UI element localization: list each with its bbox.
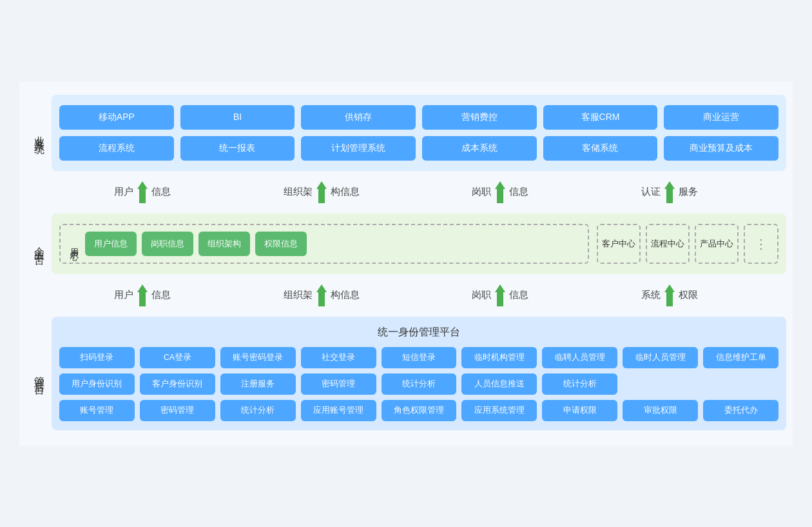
arrow-system-bottom-right: 权限 xyxy=(679,289,698,301)
biz-btn-report[interactable]: 统一报表 xyxy=(180,136,295,161)
more-centers: ⋮ xyxy=(744,224,778,264)
product-center-label: 产品中心 xyxy=(700,238,733,250)
mgmt-btn-stats3[interactable]: 统计分析 xyxy=(220,400,296,421)
mgmt-btn-info-maintenance[interactable]: 信息维护工单 xyxy=(703,347,778,368)
mgmt-btn-account-pwd[interactable]: 账号密码登录 xyxy=(220,347,296,368)
mgmt-btn-customer-id[interactable]: 客户身份识别 xyxy=(140,373,215,395)
arrow-auth-right: 服务 xyxy=(679,186,698,198)
enterprise-inner: 用户中心 用户信息 岗职信息 组织架构 权限信息 客户中心 xyxy=(59,224,778,264)
arrow-up-auth xyxy=(664,181,675,203)
enterprise-label: 企业中台 xyxy=(26,214,52,274)
management-section-wrapper: 管理后台 统一身份管理平台 扫码登录 CA登录 账号密码登录 社交登录 短信登录… xyxy=(26,317,786,430)
mgmt-btn-delegate[interactable]: 委托代办 xyxy=(703,400,778,421)
biz-btn-customer[interactable]: 客储系统 xyxy=(543,136,658,161)
biz-btn-process[interactable]: 流程系统 xyxy=(59,136,174,161)
mgmt-grid-row2: 用户身份识别 客户身份识别 注册服务 密码管理 统计分析 人员信息推送 统计分析 xyxy=(59,373,778,395)
arrow-org-left: 组织架 xyxy=(284,186,313,198)
mgmt-btn-sms[interactable]: 短信登录 xyxy=(382,347,457,368)
arrow-auth-left: 认证 xyxy=(641,186,661,198)
mgmt-btn-temp-staff1[interactable]: 临聘人员管理 xyxy=(542,347,617,368)
business-section-wrapper: 业务系统 移动APP BI 供销存 营销费控 客服CRM 商业运营 流程系统 统… xyxy=(26,95,786,171)
business-content: 移动APP BI 供销存 营销费控 客服CRM 商业运营 流程系统 统一报表 计… xyxy=(52,95,786,171)
biz-btn-plan[interactable]: 计划管理系统 xyxy=(301,136,416,161)
arrow-up-system-bottom xyxy=(664,284,675,306)
arrow-position-bottom-right: 信息 xyxy=(509,289,528,301)
mgmt-grid-row3: 账号管理 密码管理 统计分析 应用账号管理 角色权限管理 应用系统管理 申请权限… xyxy=(59,400,778,421)
mgmt-btn-staff-push[interactable]: 人员信息推送 xyxy=(461,373,537,395)
mgmt-btn-scan[interactable]: 扫码登录 xyxy=(59,347,135,368)
process-center-label: 流程中心 xyxy=(651,238,684,250)
mgmt-title: 统一身份管理平台 xyxy=(59,326,778,339)
management-section-row: 管理后台 统一身份管理平台 扫码登录 CA登录 账号密码登录 社交登录 短信登录… xyxy=(26,317,786,430)
arrow-user-bottom: 用户 信息 xyxy=(114,284,171,306)
mgmt-btn-pwd-mgmt[interactable]: 密码管理 xyxy=(301,373,376,395)
biz-btn-bi[interactable]: BI xyxy=(180,105,295,130)
business-section-row: 业务系统 移动APP BI 供销存 营销费控 客服CRM 商业运营 流程系统 统… xyxy=(26,95,786,171)
mgmt-btn-user-id[interactable]: 用户身份识别 xyxy=(59,373,135,395)
mgmt-btn-apply-perm[interactable]: 申请权限 xyxy=(542,400,617,421)
mgmt-btn-app-sys[interactable]: 应用系统管理 xyxy=(461,400,537,421)
arrow-org: 组织架 构信息 xyxy=(284,181,360,203)
business-grid: 移动APP BI 供销存 营销费控 客服CRM 商业运营 流程系统 统一报表 计… xyxy=(59,105,778,161)
product-center: 产品中心 xyxy=(695,224,739,264)
more-centers-dots: ⋮ xyxy=(755,236,768,252)
customer-center-label: 客户中心 xyxy=(602,238,635,250)
bottom-arrows: 用户 信息 组织架 构信息 岗职 信息 系统 xyxy=(26,278,786,313)
btn-position-info[interactable]: 岗职信息 xyxy=(142,232,193,256)
mgmt-btn-temp-org[interactable]: 临时机构管理 xyxy=(461,347,537,368)
arrow-position-left: 岗职 xyxy=(472,186,491,198)
mgmt-btn-role-perm[interactable]: 角色权限管理 xyxy=(382,400,457,421)
arrow-user-left: 用户 xyxy=(114,186,133,198)
enterprise-section-wrapper: 企业中台 用户中心 用户信息 岗职信息 组织架构 权限信息 xyxy=(26,214,786,274)
mgmt-btn-approve-perm[interactable]: 审批权限 xyxy=(623,400,698,421)
biz-btn-supply[interactable]: 供销存 xyxy=(301,105,416,130)
btn-permission-info[interactable]: 权限信息 xyxy=(255,232,307,256)
arrow-up-position xyxy=(495,181,505,203)
mgmt-btn-ca[interactable]: CA登录 xyxy=(140,347,215,368)
arrow-position-bottom-left: 岗职 xyxy=(472,289,491,301)
biz-btn-commercial[interactable]: 商业运营 xyxy=(664,105,778,130)
arrow-user: 用户 信息 xyxy=(114,181,171,203)
mgmt-btn-temp-staff2[interactable]: 临时人员管理 xyxy=(623,347,698,368)
enterprise-section-row: 企业中台 用户中心 用户信息 岗职信息 组织架构 权限信息 xyxy=(26,214,786,274)
mgmt-btn-stats1[interactable]: 统计分析 xyxy=(382,373,457,395)
top-arrows: 用户 信息 组织架 构信息 岗职 信息 认证 xyxy=(26,175,786,210)
arrow-up-org xyxy=(316,181,327,203)
process-center: 流程中心 xyxy=(646,224,690,264)
business-label: 业务系统 xyxy=(26,95,52,171)
biz-btn-budget[interactable]: 商业预算及成本 xyxy=(664,136,778,161)
customer-center: 客户中心 xyxy=(597,224,641,264)
management-label: 管理后台 xyxy=(26,317,52,430)
arrow-org-bottom-left: 组织架 xyxy=(284,289,313,301)
arrow-position-right: 信息 xyxy=(509,186,528,198)
mgmt-btn-account-mgmt[interactable]: 账号管理 xyxy=(59,400,135,421)
user-center-label: 用户中心 xyxy=(66,241,80,246)
mgmt-btn-pwd-mgmt2[interactable]: 密码管理 xyxy=(140,400,215,421)
side-centers: 客户中心 流程中心 产品中心 ⋮ xyxy=(597,224,778,264)
mgmt-btn-stats2[interactable]: 统计分析 xyxy=(542,373,617,395)
arrow-org-bottom-right: 构信息 xyxy=(331,289,360,301)
biz-btn-marketing[interactable]: 营销费控 xyxy=(422,105,537,130)
mgmt-btn-register[interactable]: 注册服务 xyxy=(220,373,296,395)
arrow-up-user xyxy=(137,181,148,203)
biz-btn-crm[interactable]: 客服CRM xyxy=(543,105,658,130)
user-center-box: 用户中心 用户信息 岗职信息 组织架构 权限信息 xyxy=(59,224,589,264)
btn-user-info[interactable]: 用户信息 xyxy=(85,232,137,256)
btn-org-structure[interactable]: 组织架构 xyxy=(198,232,250,256)
arrow-auth: 认证 服务 xyxy=(641,181,698,203)
arrow-org-bottom: 组织架 构信息 xyxy=(284,284,360,306)
arrow-up-org-bottom xyxy=(316,284,327,306)
main-container: 业务系统 移动APP BI 供销存 营销费控 客服CRM 商业运营 流程系统 统… xyxy=(19,82,793,446)
arrow-user-right: 信息 xyxy=(151,186,171,198)
mgmt-empty2 xyxy=(703,373,778,395)
biz-btn-cost[interactable]: 成本系统 xyxy=(422,136,537,161)
mgmt-btn-app-account[interactable]: 应用账号管理 xyxy=(301,400,376,421)
arrow-system-bottom-left: 系统 xyxy=(641,289,661,301)
arrow-user-bottom-left: 用户 xyxy=(114,289,133,301)
biz-btn-mobile-app[interactable]: 移动APP xyxy=(59,105,174,130)
arrow-up-user-bottom xyxy=(137,284,148,306)
user-center-btns: 用户信息 岗职信息 组织架构 权限信息 xyxy=(85,232,307,256)
mgmt-btn-social[interactable]: 社交登录 xyxy=(301,347,376,368)
arrow-system-bottom: 系统 权限 xyxy=(641,284,698,306)
arrow-user-bottom-right: 信息 xyxy=(151,289,171,301)
